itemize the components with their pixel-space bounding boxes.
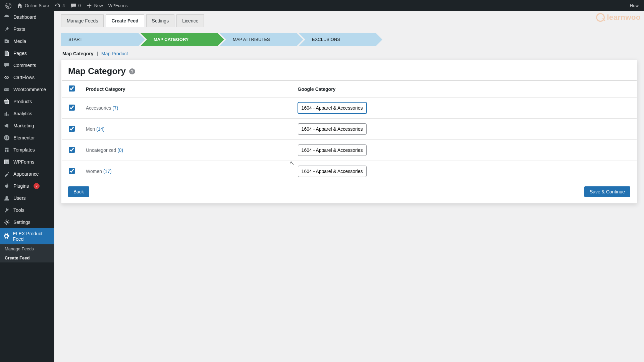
- svg-rect-7: [7, 136, 8, 137]
- tab-create-feed[interactable]: Create Feed: [106, 14, 144, 27]
- svg-rect-10: [5, 160, 9, 164]
- select-all-checkbox[interactable]: [69, 85, 75, 92]
- category-count: (7): [112, 105, 118, 111]
- category-count: (17): [103, 169, 112, 174]
- svg-point-11: [5, 196, 8, 198]
- table-row: Women (17): [62, 161, 637, 182]
- comments-link[interactable]: 0: [68, 0, 84, 11]
- category-name: Accessories: [86, 105, 112, 111]
- save-continue-button[interactable]: Save & Continue: [584, 186, 630, 197]
- wizard-step-map-category[interactable]: MAP CATEGORY: [140, 33, 217, 46]
- comment-icon: [3, 62, 10, 69]
- sidebar-item-woocommerce[interactable]: wooWooCommerce: [0, 83, 54, 96]
- back-button[interactable]: Back: [68, 186, 89, 197]
- google-category-input[interactable]: [298, 102, 367, 114]
- sidebar-item-label: Appearance: [13, 171, 39, 177]
- submenu: Manage FeedsCreate Feed: [0, 244, 54, 262]
- sidebar-item-label: Media: [13, 39, 26, 44]
- site-name-link[interactable]: Online Store: [14, 0, 52, 11]
- row-checkbox[interactable]: [69, 168, 75, 174]
- tab-settings[interactable]: Settings: [146, 14, 175, 27]
- content-area: learnwoo Manage FeedsCreate FeedSettings…: [54, 11, 644, 362]
- category-mapping-table: Product Category Google Category Accesso…: [62, 80, 637, 182]
- appearance-icon: [3, 171, 10, 177]
- settings-icon: [3, 219, 10, 226]
- marketing-icon: [3, 122, 10, 129]
- breadcrumb-link-map-product[interactable]: Map Product: [101, 51, 128, 56]
- sidebar-item-plugins[interactable]: Plugins2: [0, 180, 54, 192]
- sidebar-item-products[interactable]: Products: [0, 96, 54, 108]
- sidebar-item-marketing[interactable]: Marketing: [0, 120, 54, 132]
- sidebar-item-label: Settings: [13, 220, 31, 225]
- sidebar-item-analytics[interactable]: Analytics: [0, 108, 54, 120]
- comment-icon: [70, 3, 76, 9]
- svg-rect-6: [5, 136, 6, 139]
- sidebar-item-media[interactable]: Media: [0, 35, 54, 47]
- category-count: (14): [96, 126, 105, 132]
- sidebar-item-elementor[interactable]: Elementor: [0, 132, 54, 144]
- sidebar-item-label: ELEX Product Feed: [13, 231, 51, 242]
- help-icon[interactable]: ?: [129, 68, 135, 74]
- dashboard-icon: [3, 14, 10, 20]
- category-name: Women: [86, 169, 103, 174]
- sidebar-item-settings[interactable]: Settings: [0, 216, 54, 228]
- breadcrumb-separator: |: [95, 51, 100, 56]
- admin-sidebar: DashboardPostsMediaPagesCommentsCartFlow…: [0, 11, 54, 362]
- wpforms-adminbar-link[interactable]: WPForms: [106, 0, 130, 11]
- plus-icon: [86, 3, 92, 9]
- row-checkbox[interactable]: [69, 147, 75, 153]
- sidebar-item-label: Comments: [13, 63, 36, 68]
- submenu-item-create-feed[interactable]: Create Feed: [0, 253, 54, 262]
- magnify-icon: [596, 13, 605, 22]
- sidebar-item-wpforms[interactable]: WPForms: [0, 156, 54, 168]
- sidebar-item-label: Pages: [13, 51, 27, 56]
- sidebar-item-tools[interactable]: Tools: [0, 204, 54, 216]
- pin-icon: [3, 26, 10, 33]
- sidebar-item-users[interactable]: Users: [0, 192, 54, 204]
- sidebar-item-label: Tools: [13, 207, 24, 213]
- submenu-item-manage-feeds[interactable]: Manage Feeds: [0, 244, 54, 253]
- tab-licence[interactable]: Licence: [176, 14, 204, 27]
- sidebar-item-elex-product-feed[interactable]: ELEX Product Feed: [0, 228, 54, 244]
- sidebar-item-label: Plugins: [13, 183, 29, 189]
- templates-icon: [3, 146, 10, 153]
- google-category-input[interactable]: [298, 123, 367, 135]
- home-icon: [17, 3, 23, 9]
- map-category-panel: Map Category ? Product Category Google C…: [61, 60, 637, 203]
- sidebar-item-posts[interactable]: Posts: [0, 23, 54, 35]
- breadcrumb: Map Category | Map Product: [54, 50, 644, 60]
- row-checkbox[interactable]: [69, 105, 75, 111]
- sidebar-item-label: WPForms: [13, 159, 34, 165]
- sidebar-item-label: Analytics: [13, 111, 32, 116]
- row-checkbox[interactable]: [69, 126, 75, 132]
- sidebar-item-label: Templates: [13, 147, 35, 153]
- howdy-link[interactable]: How: [627, 0, 641, 11]
- breadcrumb-current: Map Category: [62, 51, 94, 56]
- plugins-icon: [3, 183, 10, 189]
- sidebar-item-templates[interactable]: Templates: [0, 144, 54, 156]
- wpforms-icon: [3, 159, 10, 165]
- sidebar-item-label: Posts: [13, 26, 25, 32]
- google-category-input[interactable]: [298, 144, 367, 156]
- sidebar-item-label: WooCommerce: [13, 87, 46, 92]
- sidebar-item-cartflows[interactable]: CartFlows: [0, 71, 54, 83]
- wizard-step-start[interactable]: START: [61, 33, 138, 46]
- updates-link[interactable]: 4: [52, 0, 67, 11]
- elementor-icon: [3, 134, 10, 141]
- sidebar-item-pages[interactable]: Pages: [0, 47, 54, 59]
- wizard-step-exclusions[interactable]: EXCLUSIONS: [299, 33, 376, 46]
- tab-manage-feeds[interactable]: Manage Feeds: [61, 14, 104, 27]
- sidebar-item-dashboard[interactable]: Dashboard: [0, 11, 54, 23]
- sidebar-item-label: Users: [13, 195, 26, 201]
- sidebar-item-appearance[interactable]: Appearance: [0, 168, 54, 180]
- wp-logo[interactable]: [3, 0, 14, 11]
- category-name: Uncategorized: [86, 147, 117, 153]
- svg-point-2: [6, 77, 7, 78]
- products-icon: [3, 98, 10, 105]
- updates-count: 4: [62, 3, 65, 8]
- users-icon: [3, 195, 10, 201]
- wizard-step-map-attributes[interactable]: MAP ATTRIBUTES: [219, 33, 297, 46]
- new-content-link[interactable]: New: [84, 0, 106, 11]
- sidebar-item-comments[interactable]: Comments: [0, 59, 54, 71]
- google-category-input[interactable]: [298, 166, 367, 177]
